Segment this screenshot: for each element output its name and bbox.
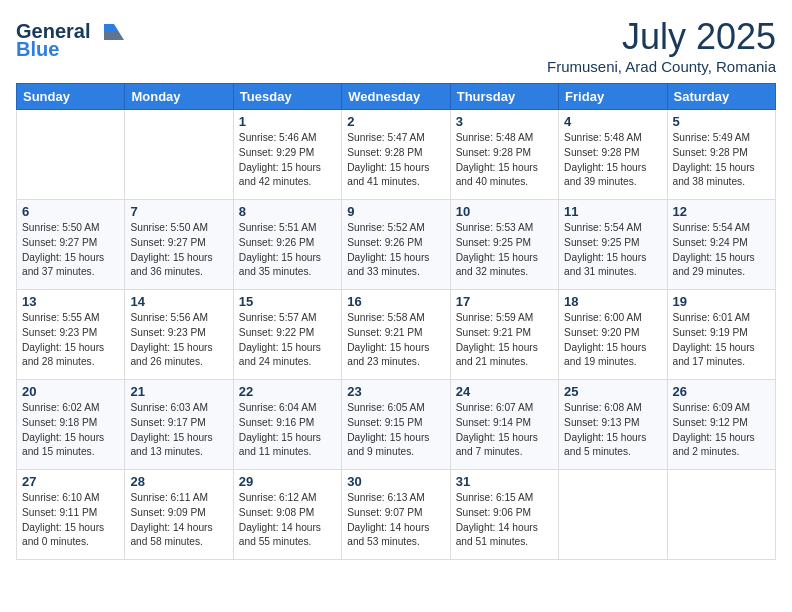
day-number: 31 bbox=[456, 474, 553, 489]
day-info: Sunrise: 6:05 AMSunset: 9:15 PMDaylight:… bbox=[347, 401, 444, 460]
calendar-cell: 13Sunrise: 5:55 AMSunset: 9:23 PMDayligh… bbox=[17, 290, 125, 380]
day-info: Sunrise: 6:15 AMSunset: 9:06 PMDaylight:… bbox=[456, 491, 553, 550]
day-number: 20 bbox=[22, 384, 119, 399]
location-subtitle: Frumuseni, Arad County, Romania bbox=[547, 58, 776, 75]
day-info: Sunrise: 6:09 AMSunset: 9:12 PMDaylight:… bbox=[673, 401, 770, 460]
calendar-cell: 7Sunrise: 5:50 AMSunset: 9:27 PMDaylight… bbox=[125, 200, 233, 290]
day-info: Sunrise: 5:52 AMSunset: 9:26 PMDaylight:… bbox=[347, 221, 444, 280]
col-monday: Monday bbox=[125, 84, 233, 110]
calendar-header-row: Sunday Monday Tuesday Wednesday Thursday… bbox=[17, 84, 776, 110]
day-number: 7 bbox=[130, 204, 227, 219]
day-info: Sunrise: 6:07 AMSunset: 9:14 PMDaylight:… bbox=[456, 401, 553, 460]
day-number: 12 bbox=[673, 204, 770, 219]
calendar-week-row: 13Sunrise: 5:55 AMSunset: 9:23 PMDayligh… bbox=[17, 290, 776, 380]
day-info: Sunrise: 5:58 AMSunset: 9:21 PMDaylight:… bbox=[347, 311, 444, 370]
day-info: Sunrise: 6:03 AMSunset: 9:17 PMDaylight:… bbox=[130, 401, 227, 460]
calendar-cell: 30Sunrise: 6:13 AMSunset: 9:07 PMDayligh… bbox=[342, 470, 450, 560]
day-info: Sunrise: 5:53 AMSunset: 9:25 PMDaylight:… bbox=[456, 221, 553, 280]
day-number: 15 bbox=[239, 294, 336, 309]
logo-general-text: General Blue bbox=[16, 16, 126, 64]
calendar-cell: 27Sunrise: 6:10 AMSunset: 9:11 PMDayligh… bbox=[17, 470, 125, 560]
calendar-cell: 19Sunrise: 6:01 AMSunset: 9:19 PMDayligh… bbox=[667, 290, 775, 380]
day-number: 5 bbox=[673, 114, 770, 129]
calendar-cell: 22Sunrise: 6:04 AMSunset: 9:16 PMDayligh… bbox=[233, 380, 341, 470]
calendar-cell: 31Sunrise: 6:15 AMSunset: 9:06 PMDayligh… bbox=[450, 470, 558, 560]
day-info: Sunrise: 5:54 AMSunset: 9:24 PMDaylight:… bbox=[673, 221, 770, 280]
day-info: Sunrise: 6:01 AMSunset: 9:19 PMDaylight:… bbox=[673, 311, 770, 370]
calendar-cell: 5Sunrise: 5:49 AMSunset: 9:28 PMDaylight… bbox=[667, 110, 775, 200]
day-info: Sunrise: 6:12 AMSunset: 9:08 PMDaylight:… bbox=[239, 491, 336, 550]
svg-text:Blue: Blue bbox=[16, 38, 59, 60]
day-number: 19 bbox=[673, 294, 770, 309]
day-info: Sunrise: 5:48 AMSunset: 9:28 PMDaylight:… bbox=[456, 131, 553, 190]
day-number: 14 bbox=[130, 294, 227, 309]
calendar-cell: 6Sunrise: 5:50 AMSunset: 9:27 PMDaylight… bbox=[17, 200, 125, 290]
calendar-table: Sunday Monday Tuesday Wednesday Thursday… bbox=[16, 83, 776, 560]
calendar-cell: 21Sunrise: 6:03 AMSunset: 9:17 PMDayligh… bbox=[125, 380, 233, 470]
svg-marker-2 bbox=[104, 32, 124, 40]
day-number: 9 bbox=[347, 204, 444, 219]
calendar-cell bbox=[667, 470, 775, 560]
day-info: Sunrise: 5:56 AMSunset: 9:23 PMDaylight:… bbox=[130, 311, 227, 370]
col-saturday: Saturday bbox=[667, 84, 775, 110]
day-number: 29 bbox=[239, 474, 336, 489]
day-number: 23 bbox=[347, 384, 444, 399]
calendar-cell: 15Sunrise: 5:57 AMSunset: 9:22 PMDayligh… bbox=[233, 290, 341, 380]
col-friday: Friday bbox=[559, 84, 667, 110]
day-number: 1 bbox=[239, 114, 336, 129]
day-number: 22 bbox=[239, 384, 336, 399]
calendar-week-row: 20Sunrise: 6:02 AMSunset: 9:18 PMDayligh… bbox=[17, 380, 776, 470]
calendar-cell: 9Sunrise: 5:52 AMSunset: 9:26 PMDaylight… bbox=[342, 200, 450, 290]
day-info: Sunrise: 6:02 AMSunset: 9:18 PMDaylight:… bbox=[22, 401, 119, 460]
day-info: Sunrise: 6:08 AMSunset: 9:13 PMDaylight:… bbox=[564, 401, 661, 460]
calendar-cell bbox=[17, 110, 125, 200]
calendar-cell: 23Sunrise: 6:05 AMSunset: 9:15 PMDayligh… bbox=[342, 380, 450, 470]
svg-marker-1 bbox=[104, 24, 119, 32]
calendar-cell bbox=[125, 110, 233, 200]
calendar-cell: 10Sunrise: 5:53 AMSunset: 9:25 PMDayligh… bbox=[450, 200, 558, 290]
day-number: 11 bbox=[564, 204, 661, 219]
day-number: 4 bbox=[564, 114, 661, 129]
day-number: 2 bbox=[347, 114, 444, 129]
calendar-cell: 20Sunrise: 6:02 AMSunset: 9:18 PMDayligh… bbox=[17, 380, 125, 470]
page-header: General Blue July 2025 Frumuseni, Arad C… bbox=[16, 16, 776, 75]
calendar-week-row: 1Sunrise: 5:46 AMSunset: 9:29 PMDaylight… bbox=[17, 110, 776, 200]
calendar-cell: 29Sunrise: 6:12 AMSunset: 9:08 PMDayligh… bbox=[233, 470, 341, 560]
day-info: Sunrise: 5:50 AMSunset: 9:27 PMDaylight:… bbox=[130, 221, 227, 280]
day-info: Sunrise: 5:54 AMSunset: 9:25 PMDaylight:… bbox=[564, 221, 661, 280]
day-number: 30 bbox=[347, 474, 444, 489]
calendar-cell: 12Sunrise: 5:54 AMSunset: 9:24 PMDayligh… bbox=[667, 200, 775, 290]
calendar-cell: 1Sunrise: 5:46 AMSunset: 9:29 PMDaylight… bbox=[233, 110, 341, 200]
calendar-cell: 18Sunrise: 6:00 AMSunset: 9:20 PMDayligh… bbox=[559, 290, 667, 380]
day-info: Sunrise: 5:55 AMSunset: 9:23 PMDaylight:… bbox=[22, 311, 119, 370]
calendar-cell: 25Sunrise: 6:08 AMSunset: 9:13 PMDayligh… bbox=[559, 380, 667, 470]
day-info: Sunrise: 5:47 AMSunset: 9:28 PMDaylight:… bbox=[347, 131, 444, 190]
day-info: Sunrise: 6:13 AMSunset: 9:07 PMDaylight:… bbox=[347, 491, 444, 550]
calendar-cell: 17Sunrise: 5:59 AMSunset: 9:21 PMDayligh… bbox=[450, 290, 558, 380]
calendar-cell: 26Sunrise: 6:09 AMSunset: 9:12 PMDayligh… bbox=[667, 380, 775, 470]
day-number: 16 bbox=[347, 294, 444, 309]
day-number: 21 bbox=[130, 384, 227, 399]
calendar-cell: 24Sunrise: 6:07 AMSunset: 9:14 PMDayligh… bbox=[450, 380, 558, 470]
day-info: Sunrise: 5:57 AMSunset: 9:22 PMDaylight:… bbox=[239, 311, 336, 370]
day-number: 3 bbox=[456, 114, 553, 129]
calendar-cell: 3Sunrise: 5:48 AMSunset: 9:28 PMDaylight… bbox=[450, 110, 558, 200]
day-info: Sunrise: 6:00 AMSunset: 9:20 PMDaylight:… bbox=[564, 311, 661, 370]
day-number: 24 bbox=[456, 384, 553, 399]
day-number: 28 bbox=[130, 474, 227, 489]
day-number: 26 bbox=[673, 384, 770, 399]
calendar-cell: 14Sunrise: 5:56 AMSunset: 9:23 PMDayligh… bbox=[125, 290, 233, 380]
logo: General Blue bbox=[16, 16, 126, 64]
day-info: Sunrise: 5:50 AMSunset: 9:27 PMDaylight:… bbox=[22, 221, 119, 280]
day-number: 8 bbox=[239, 204, 336, 219]
calendar-cell: 28Sunrise: 6:11 AMSunset: 9:09 PMDayligh… bbox=[125, 470, 233, 560]
day-info: Sunrise: 5:51 AMSunset: 9:26 PMDaylight:… bbox=[239, 221, 336, 280]
col-tuesday: Tuesday bbox=[233, 84, 341, 110]
calendar-cell: 4Sunrise: 5:48 AMSunset: 9:28 PMDaylight… bbox=[559, 110, 667, 200]
day-info: Sunrise: 6:11 AMSunset: 9:09 PMDaylight:… bbox=[130, 491, 227, 550]
day-number: 13 bbox=[22, 294, 119, 309]
calendar-cell: 16Sunrise: 5:58 AMSunset: 9:21 PMDayligh… bbox=[342, 290, 450, 380]
day-info: Sunrise: 6:10 AMSunset: 9:11 PMDaylight:… bbox=[22, 491, 119, 550]
calendar-cell: 2Sunrise: 5:47 AMSunset: 9:28 PMDaylight… bbox=[342, 110, 450, 200]
day-info: Sunrise: 5:49 AMSunset: 9:28 PMDaylight:… bbox=[673, 131, 770, 190]
